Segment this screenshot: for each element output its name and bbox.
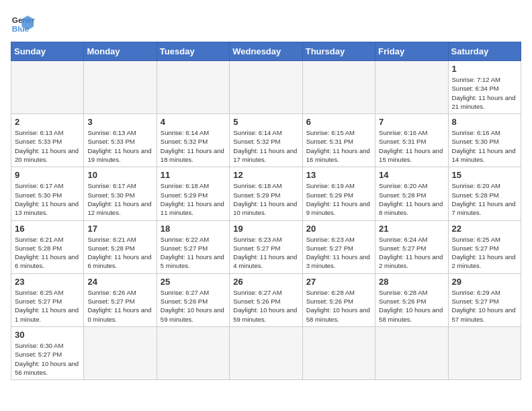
day-number: 24 xyxy=(87,277,152,287)
calendar-cell: 23Sunrise: 6:25 AM Sunset: 5:27 PM Dayli… xyxy=(11,273,84,326)
weekday-header-thursday: Thursday xyxy=(302,42,375,61)
day-info: Sunrise: 6:27 AM Sunset: 5:26 PM Dayligh… xyxy=(161,288,226,324)
calendar-cell xyxy=(302,61,375,114)
calendar-cell: 9Sunrise: 6:17 AM Sunset: 5:30 PM Daylig… xyxy=(11,167,84,220)
day-number: 13 xyxy=(306,170,371,180)
day-number: 3 xyxy=(87,117,152,127)
day-number: 29 xyxy=(452,277,517,287)
calendar-cell: 2Sunrise: 6:13 AM Sunset: 5:33 PM Daylig… xyxy=(11,114,84,167)
calendar-week-2: 2Sunrise: 6:13 AM Sunset: 5:33 PM Daylig… xyxy=(11,114,521,167)
day-number: 14 xyxy=(379,170,444,180)
calendar-cell: 18Sunrise: 6:22 AM Sunset: 5:27 PM Dayli… xyxy=(157,220,229,273)
calendar-cell xyxy=(230,326,302,379)
day-info: Sunrise: 6:26 AM Sunset: 5:27 PM Dayligh… xyxy=(87,288,152,324)
weekday-header-monday: Monday xyxy=(84,42,157,61)
calendar-cell: 7Sunrise: 6:16 AM Sunset: 5:31 PM Daylig… xyxy=(375,114,448,167)
day-info: Sunrise: 6:24 AM Sunset: 5:27 PM Dayligh… xyxy=(379,235,444,271)
day-number: 11 xyxy=(161,170,226,180)
calendar-cell xyxy=(302,326,375,379)
calendar-cell xyxy=(448,326,521,379)
calendar-cell: 5Sunrise: 6:14 AM Sunset: 5:32 PM Daylig… xyxy=(230,114,302,167)
day-number: 26 xyxy=(233,277,298,287)
calendar-cell: 11Sunrise: 6:18 AM Sunset: 5:29 PM Dayli… xyxy=(157,167,229,220)
calendar-week-3: 9Sunrise: 6:17 AM Sunset: 5:30 PM Daylig… xyxy=(11,167,521,220)
calendar-cell: 16Sunrise: 6:21 AM Sunset: 5:28 PM Dayli… xyxy=(11,220,84,273)
weekday-header-wednesday: Wednesday xyxy=(230,42,302,61)
calendar-cell xyxy=(84,326,157,379)
day-number: 6 xyxy=(306,117,371,127)
day-number: 2 xyxy=(15,117,80,127)
calendar-cell: 22Sunrise: 6:25 AM Sunset: 5:27 PM Dayli… xyxy=(448,220,521,273)
day-info: Sunrise: 6:18 AM Sunset: 5:29 PM Dayligh… xyxy=(161,181,226,217)
calendar-week-1: 1Sunrise: 7:12 AM Sunset: 6:34 PM Daylig… xyxy=(11,61,521,114)
day-number: 20 xyxy=(306,224,371,234)
day-number: 25 xyxy=(161,277,226,287)
calendar-cell xyxy=(375,326,448,379)
day-number: 17 xyxy=(87,224,152,234)
day-number: 10 xyxy=(87,170,152,180)
calendar-week-5: 23Sunrise: 6:25 AM Sunset: 5:27 PM Dayli… xyxy=(11,273,521,326)
day-number: 23 xyxy=(15,277,80,287)
calendar-cell: 4Sunrise: 6:14 AM Sunset: 5:32 PM Daylig… xyxy=(157,114,229,167)
logo-icon: General Blue xyxy=(11,11,35,35)
day-number: 21 xyxy=(379,224,444,234)
calendar-cell: 1Sunrise: 7:12 AM Sunset: 6:34 PM Daylig… xyxy=(448,61,521,114)
day-info: Sunrise: 6:20 AM Sunset: 5:28 PM Dayligh… xyxy=(379,181,444,217)
day-number: 30 xyxy=(15,330,80,340)
day-number: 4 xyxy=(161,117,226,127)
calendar-cell: 21Sunrise: 6:24 AM Sunset: 5:27 PM Dayli… xyxy=(375,220,448,273)
calendar-cell: 25Sunrise: 6:27 AM Sunset: 5:26 PM Dayli… xyxy=(157,273,229,326)
day-info: Sunrise: 6:28 AM Sunset: 5:26 PM Dayligh… xyxy=(379,288,444,324)
day-number: 22 xyxy=(452,224,517,234)
day-info: Sunrise: 6:25 AM Sunset: 5:27 PM Dayligh… xyxy=(452,235,517,271)
calendar-cell: 12Sunrise: 6:18 AM Sunset: 5:29 PM Dayli… xyxy=(230,167,302,220)
weekday-header-tuesday: Tuesday xyxy=(157,42,229,61)
day-info: Sunrise: 6:20 AM Sunset: 5:28 PM Dayligh… xyxy=(452,181,517,217)
day-info: Sunrise: 6:29 AM Sunset: 5:27 PM Dayligh… xyxy=(452,288,517,324)
calendar-cell: 13Sunrise: 6:19 AM Sunset: 5:29 PM Dayli… xyxy=(302,167,375,220)
day-info: Sunrise: 6:14 AM Sunset: 5:32 PM Dayligh… xyxy=(161,128,226,164)
day-number: 27 xyxy=(306,277,371,287)
calendar-cell: 3Sunrise: 6:13 AM Sunset: 5:33 PM Daylig… xyxy=(84,114,157,167)
calendar-cell xyxy=(157,326,229,379)
day-number: 15 xyxy=(452,170,517,180)
day-info: Sunrise: 6:28 AM Sunset: 5:26 PM Dayligh… xyxy=(306,288,371,324)
calendar-cell: 30Sunrise: 6:30 AM Sunset: 5:27 PM Dayli… xyxy=(11,326,84,379)
day-info: Sunrise: 6:21 AM Sunset: 5:28 PM Dayligh… xyxy=(15,235,80,271)
calendar-cell: 17Sunrise: 6:21 AM Sunset: 5:28 PM Dayli… xyxy=(84,220,157,273)
calendar-cell xyxy=(11,61,84,114)
day-info: Sunrise: 6:22 AM Sunset: 5:27 PM Dayligh… xyxy=(161,235,226,271)
header: General Blue xyxy=(11,11,521,35)
calendar-cell: 27Sunrise: 6:28 AM Sunset: 5:26 PM Dayli… xyxy=(302,273,375,326)
day-info: Sunrise: 6:25 AM Sunset: 5:27 PM Dayligh… xyxy=(15,288,80,324)
day-info: Sunrise: 6:17 AM Sunset: 5:30 PM Dayligh… xyxy=(87,181,152,217)
day-number: 12 xyxy=(233,170,298,180)
day-number: 9 xyxy=(15,170,80,180)
calendar-cell: 14Sunrise: 6:20 AM Sunset: 5:28 PM Dayli… xyxy=(375,167,448,220)
day-info: Sunrise: 6:30 AM Sunset: 5:27 PM Dayligh… xyxy=(15,341,80,377)
calendar-cell: 26Sunrise: 6:27 AM Sunset: 5:26 PM Dayli… xyxy=(230,273,302,326)
calendar-table: SundayMondayTuesdayWednesdayThursdayFrid… xyxy=(11,42,521,380)
calendar-cell: 19Sunrise: 6:23 AM Sunset: 5:27 PM Dayli… xyxy=(230,220,302,273)
day-info: Sunrise: 6:16 AM Sunset: 5:30 PM Dayligh… xyxy=(452,128,517,164)
calendar-cell xyxy=(375,61,448,114)
day-info: Sunrise: 6:18 AM Sunset: 5:29 PM Dayligh… xyxy=(233,181,298,217)
weekday-header-friday: Friday xyxy=(375,42,448,61)
day-number: 7 xyxy=(379,117,444,127)
day-info: Sunrise: 6:13 AM Sunset: 5:33 PM Dayligh… xyxy=(15,128,80,164)
calendar-week-4: 16Sunrise: 6:21 AM Sunset: 5:28 PM Dayli… xyxy=(11,220,521,273)
day-info: Sunrise: 7:12 AM Sunset: 6:34 PM Dayligh… xyxy=(452,75,517,111)
calendar-cell: 20Sunrise: 6:23 AM Sunset: 5:27 PM Dayli… xyxy=(302,220,375,273)
calendar-cell: 6Sunrise: 6:15 AM Sunset: 5:31 PM Daylig… xyxy=(302,114,375,167)
calendar-cell: 28Sunrise: 6:28 AM Sunset: 5:26 PM Dayli… xyxy=(375,273,448,326)
day-number: 19 xyxy=(233,224,298,234)
calendar-cell: 15Sunrise: 6:20 AM Sunset: 5:28 PM Dayli… xyxy=(448,167,521,220)
day-number: 28 xyxy=(379,277,444,287)
day-info: Sunrise: 6:23 AM Sunset: 5:27 PM Dayligh… xyxy=(233,235,298,271)
calendar-cell xyxy=(84,61,157,114)
day-info: Sunrise: 6:17 AM Sunset: 5:30 PM Dayligh… xyxy=(15,181,80,217)
day-number: 5 xyxy=(233,117,298,127)
calendar-cell xyxy=(230,61,302,114)
day-info: Sunrise: 6:19 AM Sunset: 5:29 PM Dayligh… xyxy=(306,181,371,217)
calendar-cell: 29Sunrise: 6:29 AM Sunset: 5:27 PM Dayli… xyxy=(448,273,521,326)
